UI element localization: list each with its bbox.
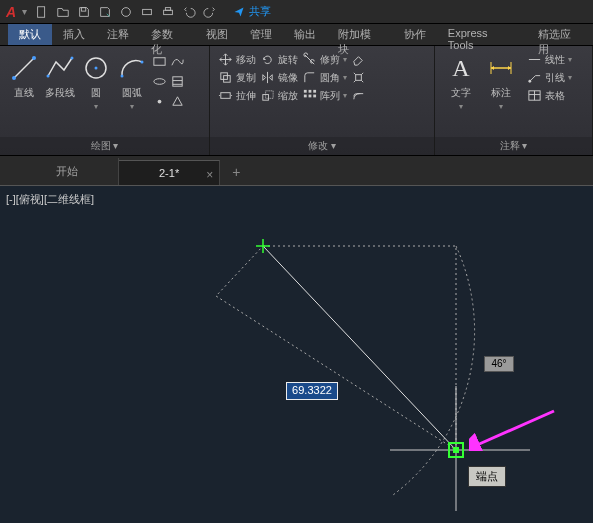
- ribbon-tabs: 默认 插入 注释 参数化 视图 管理 输出 附加模块 协作 Express To…: [0, 24, 593, 46]
- annotation-arrow: [469, 407, 559, 451]
- svg-line-48: [477, 411, 554, 445]
- plot-icon[interactable]: [138, 3, 156, 21]
- tab-output[interactable]: 输出: [283, 24, 327, 45]
- ellipse-icon[interactable]: [152, 74, 167, 89]
- svg-rect-30: [313, 95, 316, 98]
- svg-point-35: [528, 80, 531, 83]
- copy-tool[interactable]: 复制: [218, 70, 256, 85]
- svg-rect-3: [143, 9, 152, 14]
- arc-tool[interactable]: 圆弧▾: [116, 52, 148, 111]
- web-icon[interactable]: [117, 3, 135, 21]
- fillet-tool[interactable]: 圆角▾: [302, 70, 347, 85]
- angle-readout: 46°: [484, 356, 514, 372]
- tab-collab[interactable]: 协作: [393, 24, 437, 45]
- svg-rect-15: [154, 58, 165, 66]
- snap-tooltip: 端点: [468, 466, 506, 487]
- mirror-tool[interactable]: 镜像: [260, 70, 298, 85]
- svg-rect-22: [221, 93, 230, 99]
- polyline-tool[interactable]: 多段线: [44, 52, 76, 111]
- share-button[interactable]: 共享: [233, 4, 271, 19]
- drawing-viewport[interactable]: [-][俯视][二维线框] 69.3322 46° 端点: [0, 186, 593, 523]
- undo-icon[interactable]: [180, 3, 198, 21]
- table-tool[interactable]: 表格: [527, 88, 565, 103]
- dropdown-icon[interactable]: ▾: [22, 6, 27, 17]
- close-icon[interactable]: ×: [206, 168, 213, 182]
- tab-express[interactable]: Express Tools: [437, 24, 527, 45]
- svg-rect-21: [356, 75, 362, 81]
- add-tab-button[interactable]: +: [220, 159, 252, 185]
- svg-point-16: [154, 79, 165, 85]
- erase-icon[interactable]: [351, 52, 366, 67]
- svg-rect-28: [304, 95, 307, 98]
- svg-rect-0: [38, 6, 45, 17]
- svg-point-8: [32, 56, 36, 60]
- svg-point-18: [158, 100, 162, 104]
- move-tool[interactable]: 移动: [218, 52, 256, 67]
- tab-annotate[interactable]: 注释: [96, 24, 140, 45]
- print-icon[interactable]: [159, 3, 177, 21]
- tab-featured[interactable]: 精选应用: [527, 24, 593, 45]
- tab-view[interactable]: 视图: [195, 24, 239, 45]
- array-tool[interactable]: 阵列▾: [302, 88, 347, 103]
- svg-point-2: [122, 7, 131, 16]
- text-tool[interactable]: A 文字▾: [443, 52, 479, 111]
- new-icon[interactable]: [33, 3, 51, 21]
- panel-draw-title[interactable]: 绘图 ▾: [0, 137, 209, 155]
- explode-icon[interactable]: [351, 70, 366, 85]
- svg-point-10: [71, 57, 74, 60]
- svg-rect-25: [304, 90, 307, 93]
- rotate-tool[interactable]: 旋转: [260, 52, 298, 67]
- linetype-tool[interactable]: 线性▾: [527, 52, 572, 67]
- hatch-icon[interactable]: [170, 74, 185, 89]
- svg-rect-26: [309, 90, 312, 93]
- tab-parametric[interactable]: 参数化: [140, 24, 195, 45]
- dimension-input[interactable]: 69.3322: [286, 382, 338, 400]
- panel-annotate-title[interactable]: 注释 ▾: [435, 137, 592, 155]
- tab-default[interactable]: 默认: [8, 24, 52, 45]
- app-logo: A: [6, 4, 16, 20]
- rect-icon[interactable]: [152, 54, 167, 69]
- scale-tool[interactable]: 缩放: [260, 88, 298, 103]
- trim-tool[interactable]: 修剪▾: [302, 52, 347, 67]
- svg-line-6: [14, 58, 34, 78]
- svg-rect-1: [82, 7, 86, 11]
- point-icon[interactable]: [152, 94, 167, 109]
- circle-tool[interactable]: 圆▾: [80, 52, 112, 111]
- svg-point-9: [47, 75, 50, 78]
- tab-insert[interactable]: 插入: [52, 24, 96, 45]
- tab-manage[interactable]: 管理: [239, 24, 283, 45]
- region-icon[interactable]: [170, 94, 185, 109]
- svg-point-12: [95, 67, 98, 70]
- svg-rect-27: [313, 90, 316, 93]
- dimension-tool[interactable]: 标注▾: [483, 52, 519, 111]
- saveas-icon[interactable]: [96, 3, 114, 21]
- spline-icon[interactable]: [170, 54, 185, 69]
- svg-point-13: [121, 75, 124, 78]
- open-icon[interactable]: [54, 3, 72, 21]
- svg-rect-4: [164, 10, 173, 14]
- svg-point-14: [141, 61, 144, 64]
- stretch-tool[interactable]: 拉伸: [218, 88, 256, 103]
- line-tool[interactable]: 直线: [8, 52, 40, 111]
- svg-rect-29: [309, 95, 312, 98]
- offset-icon[interactable]: [351, 88, 366, 103]
- tab-addins[interactable]: 附加模块: [327, 24, 393, 45]
- save-icon[interactable]: [75, 3, 93, 21]
- doc-tab-start[interactable]: 开始: [16, 158, 119, 185]
- redo-icon[interactable]: [201, 3, 219, 21]
- svg-point-7: [12, 76, 16, 80]
- svg-marker-39: [216, 246, 456, 450]
- doc-tab-current[interactable]: 2-1* ×: [119, 160, 220, 185]
- svg-rect-46: [453, 447, 459, 453]
- svg-line-40: [263, 246, 456, 450]
- panel-modify-title[interactable]: 修改 ▾: [210, 137, 434, 155]
- svg-rect-5: [166, 7, 171, 10]
- leader-tool[interactable]: 引线▾: [527, 70, 572, 85]
